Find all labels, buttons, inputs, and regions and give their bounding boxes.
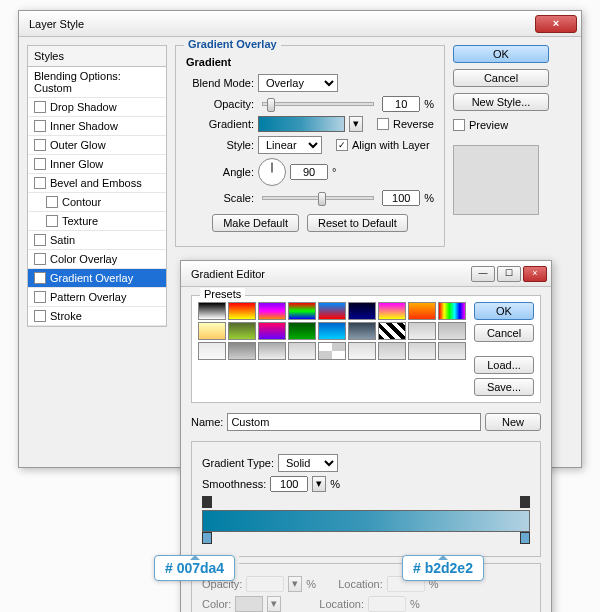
styles-list: Styles Blending Options: Custom Drop Sha… bbox=[27, 45, 167, 327]
make-default-button[interactable]: Make Default bbox=[212, 214, 299, 232]
preset-swatch[interactable] bbox=[408, 322, 436, 340]
checkbox[interactable] bbox=[34, 139, 46, 151]
opacity-stops[interactable] bbox=[202, 496, 530, 510]
scale-slider[interactable] bbox=[262, 196, 374, 200]
color-left-tooltip: # 007da4 bbox=[154, 555, 235, 581]
preset-swatch[interactable] bbox=[198, 302, 226, 320]
checkbox[interactable] bbox=[34, 120, 46, 132]
style-texture[interactable]: Texture bbox=[28, 212, 166, 231]
preset-swatch[interactable] bbox=[438, 302, 466, 320]
ge-title: Gradient Editor bbox=[185, 268, 471, 280]
preset-swatch[interactable] bbox=[318, 342, 346, 360]
preset-swatch[interactable] bbox=[408, 342, 436, 360]
gradient-type-select[interactable]: Solid bbox=[278, 454, 338, 472]
ok-button[interactable]: OK bbox=[453, 45, 549, 63]
preview-checkbox[interactable] bbox=[453, 119, 465, 131]
preset-swatch[interactable] bbox=[228, 302, 256, 320]
style-contour[interactable]: Contour bbox=[28, 193, 166, 212]
checkbox[interactable]: ✓ bbox=[34, 272, 46, 284]
preset-swatch[interactable] bbox=[288, 342, 316, 360]
blend-mode-select[interactable]: Overlay bbox=[258, 74, 338, 92]
reset-default-button[interactable]: Reset to Default bbox=[307, 214, 408, 232]
preset-swatch[interactable] bbox=[348, 322, 376, 340]
checkbox[interactable] bbox=[34, 253, 46, 265]
preset-swatch[interactable] bbox=[318, 322, 346, 340]
section-title: Gradient Overlay bbox=[184, 38, 281, 50]
chevron-down-icon[interactable]: ▾ bbox=[349, 116, 363, 132]
gradient-preview[interactable] bbox=[258, 116, 345, 132]
preview-swatch bbox=[453, 145, 539, 215]
opacity-slider[interactable] bbox=[262, 102, 374, 106]
reverse-checkbox[interactable] bbox=[377, 118, 389, 130]
gradient-name-input[interactable] bbox=[227, 413, 481, 431]
preset-swatch[interactable] bbox=[348, 302, 376, 320]
load-button[interactable]: Load... bbox=[474, 356, 534, 374]
preset-swatch[interactable] bbox=[288, 302, 316, 320]
smoothness-input[interactable] bbox=[270, 476, 308, 492]
styles-header[interactable]: Styles bbox=[28, 46, 166, 67]
titlebar[interactable]: Layer Style × bbox=[19, 11, 581, 37]
checkbox[interactable] bbox=[34, 177, 46, 189]
checkbox[interactable] bbox=[34, 234, 46, 246]
preset-swatch[interactable] bbox=[198, 322, 226, 340]
preset-swatch[interactable] bbox=[408, 302, 436, 320]
style-color-overlay[interactable]: Color Overlay bbox=[28, 250, 166, 269]
gradient-editor-dialog: Gradient Editor — ☐ × Presets OK Cancel … bbox=[180, 260, 552, 612]
section-sub: Gradient bbox=[186, 56, 434, 68]
stop-location-input bbox=[368, 596, 406, 612]
angle-input[interactable] bbox=[290, 164, 328, 180]
preset-swatch[interactable] bbox=[378, 322, 406, 340]
preset-swatch[interactable] bbox=[258, 342, 286, 360]
ge-cancel-button[interactable]: Cancel bbox=[474, 324, 534, 342]
preset-swatch[interactable] bbox=[228, 342, 256, 360]
blending-options[interactable]: Blending Options: Custom bbox=[28, 67, 166, 98]
align-checkbox[interactable]: ✓ bbox=[336, 139, 348, 151]
style-drop-shadow[interactable]: Drop Shadow bbox=[28, 98, 166, 117]
style-pattern-overlay[interactable]: Pattern Overlay bbox=[28, 288, 166, 307]
checkbox[interactable] bbox=[34, 310, 46, 322]
maximize-icon[interactable]: ☐ bbox=[497, 266, 521, 282]
presets-group: Presets OK Cancel Load... Save... bbox=[191, 295, 541, 403]
style-select[interactable]: Linear bbox=[258, 136, 322, 154]
cancel-button[interactable]: Cancel bbox=[453, 69, 549, 87]
color-stops[interactable] bbox=[202, 532, 530, 546]
preset-swatch[interactable] bbox=[438, 322, 466, 340]
style-inner-glow[interactable]: Inner Glow bbox=[28, 155, 166, 174]
style-satin[interactable]: Satin bbox=[28, 231, 166, 250]
style-outer-glow[interactable]: Outer Glow bbox=[28, 136, 166, 155]
close-icon[interactable]: × bbox=[523, 266, 547, 282]
preset-swatch[interactable] bbox=[378, 302, 406, 320]
checkbox[interactable] bbox=[46, 196, 58, 208]
chevron-down-icon[interactable]: ▾ bbox=[312, 476, 326, 492]
preset-swatch[interactable] bbox=[438, 342, 466, 360]
style-gradient-overlay[interactable]: ✓Gradient Overlay bbox=[28, 269, 166, 288]
preset-swatch[interactable] bbox=[258, 302, 286, 320]
new-button[interactable]: New bbox=[485, 413, 541, 431]
style-stroke[interactable]: Stroke bbox=[28, 307, 166, 326]
gradient-bar[interactable] bbox=[202, 510, 530, 532]
style-inner-shadow[interactable]: Inner Shadow bbox=[28, 117, 166, 136]
preset-swatch[interactable] bbox=[228, 322, 256, 340]
checkbox[interactable] bbox=[46, 215, 58, 227]
preset-swatch[interactable] bbox=[258, 322, 286, 340]
stop-opacity-input bbox=[246, 576, 284, 592]
checkbox[interactable] bbox=[34, 101, 46, 113]
preset-swatch[interactable] bbox=[378, 342, 406, 360]
scale-input[interactable] bbox=[382, 190, 420, 206]
minimize-icon[interactable]: — bbox=[471, 266, 495, 282]
color-right-tooltip: # b2d2e2 bbox=[402, 555, 484, 581]
preset-swatch[interactable] bbox=[318, 302, 346, 320]
angle-dial[interactable] bbox=[258, 158, 286, 186]
checkbox[interactable] bbox=[34, 158, 46, 170]
opacity-input[interactable] bbox=[382, 96, 420, 112]
checkbox[interactable] bbox=[34, 291, 46, 303]
ge-titlebar[interactable]: Gradient Editor — ☐ × bbox=[181, 261, 551, 287]
preset-swatch[interactable] bbox=[348, 342, 376, 360]
new-style-button[interactable]: New Style... bbox=[453, 93, 549, 111]
save-button[interactable]: Save... bbox=[474, 378, 534, 396]
preset-swatch[interactable] bbox=[198, 342, 226, 360]
close-icon[interactable]: × bbox=[535, 15, 577, 33]
ge-ok-button[interactable]: OK bbox=[474, 302, 534, 320]
style-bevel-and-emboss[interactable]: Bevel and Emboss bbox=[28, 174, 166, 193]
preset-swatch[interactable] bbox=[288, 322, 316, 340]
